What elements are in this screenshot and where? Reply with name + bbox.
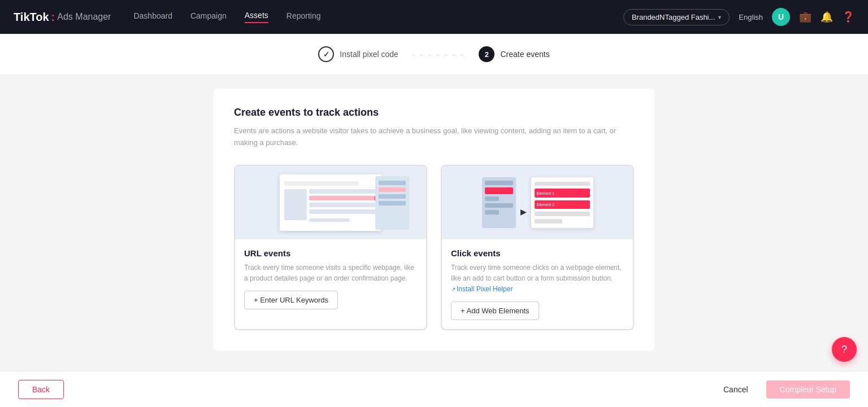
page-description: Events are actions a website visitor tak… [234,125,618,149]
main-content-block: keyword [309,189,377,222]
url-events-title: URL events [244,248,417,258]
step1-label: Install pixel code [340,50,398,59]
briefcase-icon[interactable]: 💼 [799,11,811,23]
chevron-down-icon: ▾ [718,14,721,20]
url-panel2 [375,176,409,230]
url-events-card[interactable]: keyword [234,165,427,331]
nav-reporting[interactable]: Reporting [287,11,321,23]
logo-ads: Ads Manager [57,12,111,22]
click-events-body: Click events Track every time someone cl… [442,239,633,330]
nav-links: Dashboard Campaign Assets Reporting [133,11,623,23]
logo-tiktok: TikTok [14,11,49,24]
account-selector[interactable]: BrandedNTagged Fashi... ▾ [623,9,730,25]
complete-setup-button[interactable]: Complete Setup [766,380,850,399]
help-bubble[interactable]: ? [832,337,857,362]
logo: TikTok: Ads Manager [14,11,111,24]
language-selector[interactable]: English [739,13,763,21]
bell-icon[interactable]: 🔔 [821,11,833,23]
url-events-desc: Track every time someone visits a specif… [244,262,417,284]
step-1: ✓ Install pixel code [318,46,398,62]
step1-circle: ✓ [318,46,334,62]
cursor-icon: ▶ [520,207,527,216]
install-pixel-link[interactable]: ↗Install Pixel Helper [451,285,513,293]
main-card: Create events to track actions Events ar… [214,89,654,351]
phone-mockup [482,177,516,228]
footer-right: Cancel Complete Setup [712,380,850,399]
step-2: 2 Create events [479,46,549,62]
nav-assets[interactable]: Assets [245,11,268,23]
nav-dashboard[interactable]: Dashboard [133,11,172,23]
avatar[interactable]: U [772,8,790,26]
event-options: keyword [234,165,634,331]
nav-right: BrandedNTagged Fashi... ▾ English U 💼 🔔 … [623,8,854,26]
help-icon[interactable]: ❓ [842,11,854,23]
add-web-elements-button[interactable]: + Add Web Elements [451,301,539,320]
content-area: Create events to track actions Events ar… [0,75,868,396]
click-events-desc: Track every time someone clicks on a web… [451,262,624,295]
cancel-button[interactable]: Cancel [712,380,760,399]
click-events-title: Click events [451,248,624,258]
step2-label: Create events [500,50,549,59]
external-link-icon: ↗ [451,286,455,292]
sidebar-block [284,189,307,220]
url-events-illustration: keyword [235,166,426,239]
browser-mockup: keyword [280,174,381,231]
element1-row: Element 1 [535,189,590,197]
nav-campaign[interactable]: Campaign [190,11,227,23]
element2-row: Element 2 [535,200,590,209]
account-name: BrandedNTagged Fashi... [632,13,715,21]
click-events-card[interactable]: ▶ Element 1 Element 2 Click events Trac [441,165,634,331]
click-elements-panel: Element 1 Element 2 [531,177,593,228]
logo-colon: : [51,11,55,24]
step-divider: – – – – – – – [412,51,466,58]
page-title: Create events to track actions [234,107,634,119]
navbar: TikTok: Ads Manager Dashboard Campaign A… [0,0,868,34]
footer-bar: Back Cancel Complete Setup [0,371,868,407]
stepper-bar: ✓ Install pixel code – – – – – – – 2 Cre… [0,34,868,75]
back-button[interactable]: Back [18,380,64,399]
enter-url-button[interactable]: + Enter URL Keywords [244,291,338,309]
step2-circle: 2 [479,46,494,62]
url-events-body: URL events Track every time someone visi… [235,239,426,318]
url-address-bar [284,181,358,186]
click-events-illustration: ▶ Element 1 Element 2 [442,166,633,239]
